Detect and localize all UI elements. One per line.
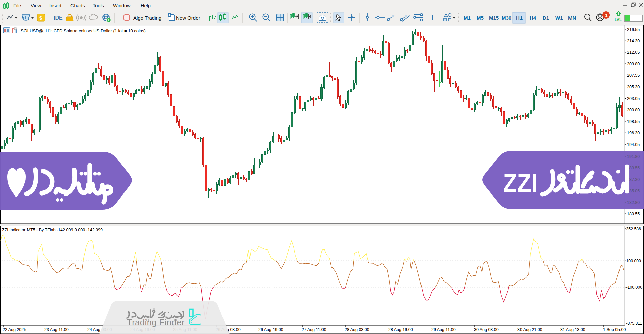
- svg-text:Insert: Insert: [49, 3, 61, 8]
- svg-text:214.30: 214.30: [627, 39, 640, 43]
- svg-text:W1: W1: [555, 15, 563, 21]
- svg-text:$: $: [39, 15, 42, 21]
- svg-text:H4: H4: [530, 15, 536, 21]
- svg-text:207.55: 207.55: [627, 73, 640, 78]
- svg-text:28 Aug 03:00: 28 Aug 03:00: [345, 327, 369, 332]
- svg-text:212.05: 212.05: [627, 50, 640, 55]
- svg-text:SOLUSD@, H1: CFD Solana coin: SOLUSD@, H1: CFD Solana coin vs US Dolla…: [21, 28, 146, 33]
- svg-text:M1: M1: [464, 15, 471, 21]
- svg-text:Help: Help: [141, 3, 151, 8]
- svg-text:26 Aug 19:00: 26 Aug 19:00: [258, 327, 283, 332]
- svg-text:File: File: [13, 3, 21, 8]
- svg-text:Algo Trading: Algo Trading: [133, 15, 161, 21]
- svg-text:IDE: IDE: [54, 15, 63, 21]
- svg-text:200.80: 200.80: [627, 108, 640, 112]
- svg-text:182.80: 182.80: [627, 200, 640, 205]
- svg-text:T: T: [430, 13, 435, 22]
- svg-text:LVL: LVL: [615, 18, 622, 22]
- svg-text:D1: D1: [543, 15, 549, 21]
- svg-text:Window: Window: [113, 3, 131, 8]
- svg-text:31 Aug 13:00: 31 Aug 13:00: [560, 327, 585, 332]
- svg-text:29 Aug 11:00: 29 Aug 11:00: [431, 327, 456, 332]
- svg-text:ZZI Indicator MT5 - By TFlab -: ZZI Indicator MT5 - By TFlab -142.099 0.…: [2, 228, 103, 232]
- svg-text:352.586: 352.586: [626, 227, 641, 231]
- svg-text:194.05: 194.05: [627, 142, 640, 147]
- svg-text:28 Aug 19:00: 28 Aug 19:00: [388, 327, 413, 332]
- svg-text:203.05: 203.05: [627, 96, 640, 101]
- svg-text:-375.311: -375.311: [626, 321, 642, 326]
- svg-text:198.55: 198.55: [627, 119, 640, 124]
- svg-text:MN: MN: [568, 15, 576, 21]
- svg-text:M15: M15: [489, 15, 499, 21]
- svg-text:27 Aug 11:00: 27 Aug 11:00: [302, 327, 326, 332]
- svg-text:New Order: New Order: [176, 15, 200, 21]
- svg-text:Charts: Charts: [70, 3, 85, 8]
- svg-text:H1: H1: [516, 15, 523, 21]
- svg-text:-100.000: -100.000: [626, 285, 643, 290]
- svg-text:Trading Finder: Trading Finder: [127, 318, 185, 327]
- svg-text:100.000: 100.000: [626, 259, 641, 263]
- svg-text:22 Aug 2025: 22 Aug 2025: [3, 327, 26, 332]
- svg-text:1 Sep 05:00: 1 Sep 05:00: [603, 327, 626, 332]
- svg-text:M30: M30: [502, 15, 511, 21]
- svg-text:216.55: 216.55: [627, 27, 640, 32]
- svg-text:30 Aug 03:00: 30 Aug 03:00: [474, 327, 499, 332]
- svg-text:23 Aug 11:00: 23 Aug 11:00: [44, 327, 69, 332]
- svg-text:205.30: 205.30: [627, 85, 640, 89]
- svg-text:209.80: 209.80: [627, 62, 640, 66]
- svg-text:191.80: 191.80: [627, 154, 640, 159]
- svg-text:1: 1: [605, 12, 608, 18]
- svg-text:180.55: 180.55: [627, 212, 640, 216]
- svg-text:Tools: Tools: [93, 3, 104, 8]
- svg-text:ZZI: ZZI: [503, 169, 538, 197]
- svg-text:196.30: 196.30: [627, 131, 640, 135]
- svg-text:30 Aug 21:00: 30 Aug 21:00: [517, 327, 542, 332]
- svg-text:View: View: [31, 3, 41, 8]
- svg-text:M5: M5: [477, 15, 484, 21]
